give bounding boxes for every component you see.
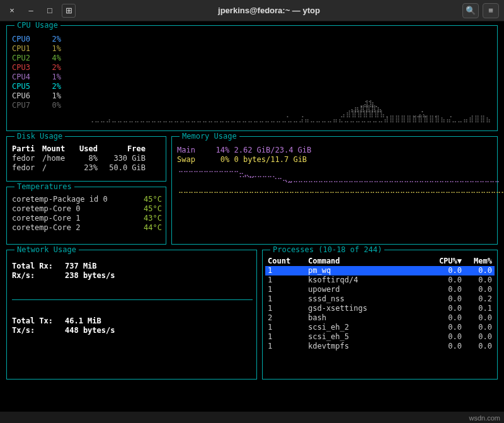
search-icon: 🔍 <box>466 6 476 15</box>
proc-command: bash <box>308 313 432 323</box>
proc-count: 1 <box>268 294 308 304</box>
minimize-button[interactable]: – <box>24 4 38 18</box>
temp-row: coretemp-Core 244°C <box>12 223 162 233</box>
disk-parti: fedor <box>12 163 42 173</box>
menu-icon: ≡ <box>488 6 493 15</box>
net-tx-rate: 448 bytes/s <box>65 326 115 335</box>
temp-row: coretemp-Package id 045°C <box>12 195 162 204</box>
process-row[interactable]: 1upowerd0.00.0 <box>265 285 495 294</box>
disk-used: 23% <box>72 163 98 173</box>
mem-swap-pct: 0% <box>208 155 229 165</box>
proc-cpu: 0.0 <box>432 266 462 275</box>
process-row[interactable]: 1gsd-xsettings0.00.1 <box>265 304 495 313</box>
disk-panel-title: Disk Usage <box>14 132 65 141</box>
process-row[interactable]: 1scsi_eh_20.00.0 <box>265 323 495 332</box>
proc-mem: 0.0 <box>462 342 492 351</box>
net-tx-total-label: Total Tx: <box>12 316 65 326</box>
net-tx-rate-label: Tx/s: <box>12 326 65 335</box>
temp-value: 44°C <box>134 223 162 233</box>
disk-free: 50.0 GiB <box>98 163 146 173</box>
proc-header-command[interactable]: Command <box>308 257 432 266</box>
disk-used: 8% <box>72 154 98 163</box>
proc-mem: 0.0 <box>462 332 492 342</box>
search-button[interactable]: 🔍 <box>462 3 479 18</box>
proc-header-mem[interactable]: Mem% <box>462 257 492 266</box>
cpu-core-name: CPU3 <box>12 63 40 72</box>
proc-cpu: 0.0 <box>432 323 462 332</box>
disk-free: 330 GiB <box>98 154 146 163</box>
cpu-core-name: CPU1 <box>12 44 40 54</box>
memory-graph: ⠉⠉⠉⠉⠉⠉⠉⠉⠉⠉⠉⠉⠒⠤⣀ ⠈⠉⠉⠉⠉⠉⠉⠑⠒⠤⣀ ⠈⠉⠉⠉⠉⠉⠉⠉⠉⠉⠉⠉… <box>178 172 491 240</box>
process-row[interactable]: 1sssd_nss0.00.2 <box>265 294 495 304</box>
proc-count: 1 <box>268 275 308 285</box>
proc-cpu: 0.0 <box>432 285 462 294</box>
temperatures-panel: Temperatures coretemp-Package id 045°Cco… <box>6 187 166 245</box>
window-title: jperkins@fedora:~ — ytop <box>76 6 462 15</box>
proc-mem: 0.0 <box>462 313 492 323</box>
disk-header-free: Free <box>98 144 146 154</box>
net-rx-total: 737 MiB <box>65 262 97 271</box>
proc-mem: 0.0 <box>462 285 492 294</box>
mem-panel-title: Memory Usage <box>180 132 239 141</box>
process-row[interactable]: 1kdevtmpfs0.00.0 <box>265 342 495 351</box>
proc-count: 1 <box>268 304 308 313</box>
cpu-core-pct: 4% <box>40 54 61 63</box>
cpu-graph: ⢀⡀ ⢀⣼⣷⡀ ⢠⣶⣿⣿⣿⣦ ⡀ ⡀ ⡀ ⣠⣾⣿⣿⣿⣿⣿⣧⡀ ⢀ <box>89 38 491 127</box>
menu-button[interactable]: ≡ <box>483 3 499 18</box>
proc-command: scsi_eh_5 <box>308 332 432 342</box>
temp-panel-title: Temperatures <box>14 182 74 192</box>
proc-cpu: 0.0 <box>432 313 462 323</box>
proc-command: upowerd <box>308 285 432 294</box>
net-rx-total-label: Total Rx: <box>12 262 65 271</box>
process-row[interactable]: 2bash0.00.0 <box>265 313 495 323</box>
proc-cpu: 0.0 <box>432 342 462 351</box>
proc-command: gsd-xsettings <box>308 304 432 313</box>
disk-mount: /home <box>42 154 72 163</box>
temp-sensor-name: coretemp-Core 1 <box>12 214 134 223</box>
cpu-core-pct: 1% <box>40 44 61 54</box>
disk-row: fedor/home8%330 GiB <box>12 154 162 163</box>
disk-parti: fedor <box>12 154 42 163</box>
process-row[interactable]: 1scsi_eh_50.00.0 <box>265 332 495 342</box>
mem-main-values: 2.62 GiB/23.4 GiB <box>234 146 311 155</box>
proc-command: kdevtmpfs <box>308 342 432 351</box>
proc-count: 1 <box>268 266 308 275</box>
cpu-core-name: CPU2 <box>12 54 40 63</box>
disk-header-used: Used <box>72 144 98 154</box>
cpu-core-pct: 0% <box>40 101 61 110</box>
temp-sensor-name: coretemp-Core 0 <box>12 204 134 214</box>
net-rx-rate-label: Rx/s: <box>12 271 65 281</box>
cpu-core-name: CPU0 <box>12 35 40 44</box>
mem-swap-values: 0 bytes/11.7 GiB <box>234 155 307 165</box>
proc-mem: 0.2 <box>462 294 492 304</box>
mem-main-label: Main <box>177 146 203 155</box>
watermark: wsdn.com <box>469 414 500 422</box>
temp-sensor-name: coretemp-Core 2 <box>12 223 134 233</box>
proc-cpu: 0.0 <box>432 332 462 342</box>
disk-row: fedor/23%50.0 GiB <box>12 163 162 173</box>
proc-count: 1 <box>268 332 308 342</box>
temp-value: 43°C <box>134 214 162 223</box>
proc-count: 1 <box>268 342 308 351</box>
proc-count: 1 <box>268 285 308 294</box>
proc-cpu: 0.0 <box>432 275 462 285</box>
proc-mem: 0.0 <box>462 275 492 285</box>
maximize-button[interactable]: □ <box>43 4 57 18</box>
terminal-area: CPU Usage CPU02%CPU11%CPU24%CPU32%CPU41%… <box>0 21 504 412</box>
proc-header-count[interactable]: Count <box>268 257 308 266</box>
proc-header-cpu[interactable]: CPU%▼ <box>432 257 462 266</box>
proc-mem: 0.0 <box>462 266 492 275</box>
disk-header-mount: Mount <box>42 144 72 154</box>
cpu-core-pct: 1% <box>40 91 61 101</box>
new-tab-button[interactable]: ⊞ <box>62 4 76 18</box>
process-row[interactable]: 1ksoftirqd/40.00.0 <box>265 275 495 285</box>
mem-swap-label: Swap <box>177 155 203 165</box>
process-row[interactable]: 1pm_wq0.00.0 <box>265 266 495 275</box>
close-button[interactable]: × <box>5 4 19 18</box>
proc-command: ksoftirqd/4 <box>308 275 432 285</box>
mem-main-pct: 14% <box>208 146 229 155</box>
cpu-core-name: CPU4 <box>12 72 40 82</box>
cpu-core-pct: 2% <box>40 35 61 44</box>
window-titlebar: × – □ ⊞ jperkins@fedora:~ — ytop 🔍 ≡ <box>0 0 504 21</box>
temp-value: 45°C <box>134 204 162 214</box>
